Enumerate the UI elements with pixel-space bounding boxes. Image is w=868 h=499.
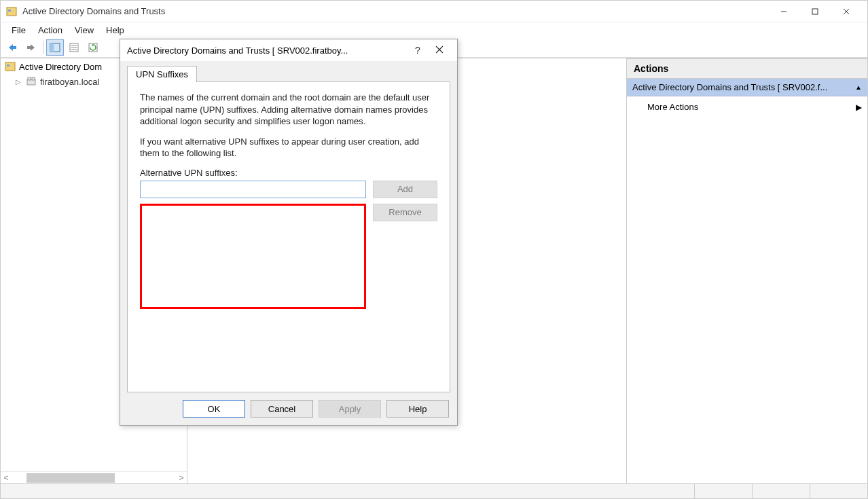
show-hide-tree-button[interactable] <box>46 39 64 56</box>
ok-button[interactable]: OK <box>183 400 245 418</box>
svg-rect-9 <box>50 43 54 52</box>
actions-header: Actions <box>627 58 867 79</box>
app-icon <box>6 6 17 17</box>
refresh-button[interactable] <box>84 39 102 56</box>
more-arrow-icon: ▶ <box>856 103 862 112</box>
collapse-icon[interactable]: ▲ <box>855 84 862 91</box>
dialog-description-2: If you want alternative UPN suffixes to … <box>140 136 437 160</box>
dialog-close-button[interactable] <box>429 45 450 56</box>
svg-rect-16 <box>7 64 10 67</box>
minimize-button[interactable] <box>768 1 799 22</box>
svg-rect-3 <box>812 9 818 14</box>
help-button[interactable]: Help <box>386 400 449 418</box>
more-actions-label: More Actions <box>647 102 698 112</box>
close-button[interactable] <box>831 1 862 22</box>
menubar: File Action View Help <box>1 22 867 37</box>
back-button[interactable] <box>3 39 21 56</box>
dialog-help-button[interactable]: ? <box>407 45 429 56</box>
titlebar: Active Directory Domains and Trusts <box>1 1 867 22</box>
dialog-description-1: The names of the current domain and the … <box>140 92 437 128</box>
maximize-button[interactable] <box>799 1 831 22</box>
actions-pane: Actions Active Directory Domains and Tru… <box>627 58 867 483</box>
scroll-thumb[interactable] <box>26 473 115 483</box>
domain-icon <box>26 76 37 87</box>
svg-rect-6 <box>12 46 16 49</box>
forward-button[interactable] <box>22 39 40 56</box>
cancel-button[interactable]: Cancel <box>251 400 313 418</box>
menu-file[interactable]: File <box>6 24 31 37</box>
upn-suffix-list[interactable] <box>140 204 366 309</box>
menu-action[interactable]: Action <box>33 24 68 37</box>
dialog-button-row: OK Cancel Apply Help <box>120 392 457 425</box>
add-button[interactable]: Add <box>373 181 437 198</box>
menu-view[interactable]: View <box>69 24 99 37</box>
apply-button[interactable]: Apply <box>319 400 381 418</box>
upn-suffix-input[interactable] <box>140 181 366 198</box>
tree-child-label: firatboyan.local <box>40 77 99 87</box>
actions-context-label: Active Directory Domains and Trusts [ SR… <box>632 82 855 92</box>
statusbar <box>1 483 867 498</box>
properties-dialog: Active Directory Domains and Trusts [ SR… <box>120 39 458 426</box>
tab-upn-suffixes[interactable]: UPN Suffixes <box>127 66 197 82</box>
tree-root-label: Active Directory Dom <box>19 62 102 72</box>
scroll-left-icon[interactable]: < <box>1 473 12 483</box>
svg-rect-7 <box>27 46 31 49</box>
dialog-titlebar: Active Directory Domains and Trusts [ SR… <box>120 39 457 61</box>
svg-rect-18 <box>28 77 31 80</box>
upn-input-label: Alternative UPN suffixes: <box>140 168 437 178</box>
svg-rect-19 <box>32 77 35 80</box>
remove-button[interactable]: Remove <box>373 204 437 221</box>
more-actions-row[interactable]: More Actions ▶ <box>627 96 867 117</box>
tree-hscrollbar[interactable]: < > <box>1 471 187 483</box>
expand-icon[interactable]: ▷ <box>16 78 22 86</box>
scroll-right-icon[interactable]: > <box>176 473 187 483</box>
window-title: Active Directory Domains and Trusts <box>22 6 768 16</box>
svg-rect-1 <box>8 10 11 12</box>
menu-help[interactable]: Help <box>101 24 130 37</box>
export-list-button[interactable] <box>65 39 83 56</box>
ad-root-icon <box>5 61 16 72</box>
dialog-title: Active Directory Domains and Trusts [ SR… <box>127 45 407 56</box>
tab-page: The names of the current domain and the … <box>127 81 450 392</box>
actions-context-row[interactable]: Active Directory Domains and Trusts [ SR… <box>627 79 867 96</box>
